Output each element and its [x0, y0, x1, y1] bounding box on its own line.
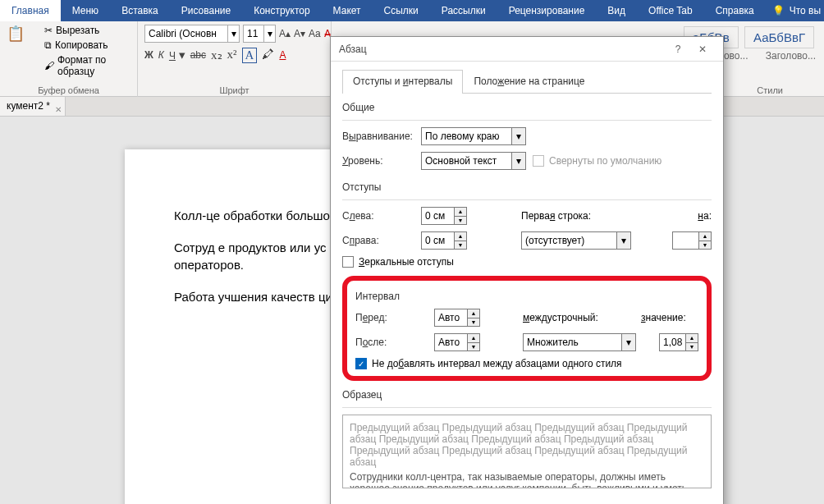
bulb-icon: 💡 [772, 5, 785, 16]
tab-layout[interactable]: Макет [322, 0, 373, 21]
section-indents: Отступы [342, 181, 712, 193]
tab-insert[interactable]: Вставка [110, 0, 170, 21]
right-indent-label: Справа: [342, 235, 414, 246]
mirror-indents-checkbox[interactable]: Зеркальные отступы [342, 256, 712, 268]
scissors-icon: ✂ [44, 25, 53, 36]
tab-help[interactable]: Справка [704, 0, 766, 21]
after-spin[interactable]: ▲▼ [434, 333, 480, 351]
shrink-font-icon[interactable]: A▾ [294, 25, 305, 43]
line-spacing-select[interactable]: ▾ [523, 333, 636, 351]
level-select[interactable]: ▾ [421, 152, 526, 170]
first-line-by-spin[interactable]: ▲▼ [672, 231, 712, 250]
superscript-button[interactable]: x² [227, 48, 237, 63]
font-name-combo[interactable]: ▾ [144, 25, 240, 43]
no-space-same-style-checkbox[interactable]: ✓Не добавлять интервал между абзацами од… [355, 358, 698, 369]
tab-draw[interactable]: Рисование [170, 0, 242, 21]
tab-view[interactable]: Вид [596, 0, 637, 21]
tab-references[interactable]: Ссылки [373, 0, 430, 21]
grow-font-icon[interactable]: A▴ [279, 25, 291, 43]
paragraph-dialog: Абзац ? ✕ Отступы и интервалы Положение … [330, 36, 724, 504]
underline-button[interactable]: Ч ▾ [169, 48, 185, 63]
first-line-select[interactable]: ▾ [521, 231, 631, 250]
level-label: Уровень: [342, 155, 414, 167]
chevron-down-icon[interactable]: ▾ [263, 25, 275, 42]
before-label: Перед: [355, 312, 428, 323]
close-icon[interactable]: ✕ [55, 100, 62, 119]
dialog-title: Абзац [339, 44, 367, 55]
collapsed-checkbox: Свернуты по умолчанию [533, 155, 661, 167]
subscript-button[interactable]: x₂ [211, 48, 222, 63]
style-sample[interactable]: АаБбВвГ [744, 26, 814, 48]
tab-office[interactable]: Office Tab [637, 0, 704, 21]
help-icon[interactable]: ? [666, 44, 690, 55]
highlighted-spacing-section: Интервал Перед: ▲▼ междустрочный: значен… [342, 276, 712, 381]
dialog-tab-position[interactable]: Положение на странице [463, 70, 595, 94]
preview-box: Предыдущий абзац Предыдущий абзац Предыд… [342, 415, 712, 488]
left-indent-label: Слева: [342, 210, 414, 222]
tab-mailings[interactable]: Рассылки [430, 0, 497, 21]
text-effects-button[interactable]: A [242, 48, 258, 63]
cut-button[interactable]: ✂Вырезать [44, 25, 130, 36]
clipboard-group-label: Буфер обмена [7, 84, 130, 97]
tab-home[interactable]: Главная [0, 0, 61, 21]
format-painter-button[interactable]: 🖌Формат по образцу [44, 54, 130, 77]
first-line-label: Первая строка: [521, 210, 591, 222]
highlight-button[interactable]: 🖍 [262, 48, 274, 63]
brush-icon: 🖌 [44, 60, 54, 71]
italic-button[interactable]: К [158, 48, 164, 63]
font-size-combo[interactable]: ▾ [243, 25, 276, 43]
align-label: Выравнивание: [342, 131, 414, 142]
chevron-down-icon[interactable]: ▾ [227, 25, 239, 42]
ribbon-tabs: Главная Меню Вставка Рисование Конструкт… [0, 0, 824, 21]
doc-tab[interactable]: кумент2 *✕ [0, 97, 66, 116]
copy-icon: ⧉ [44, 39, 52, 51]
paste-icon[interactable]: 📋 [7, 25, 23, 43]
left-indent-spin[interactable]: ▲▼ [421, 207, 467, 225]
font-color-button[interactable]: A [279, 48, 286, 63]
after-label: После: [355, 337, 428, 348]
strike-button[interactable]: abc [190, 48, 206, 63]
before-spin[interactable]: ▲▼ [434, 309, 480, 327]
bold-button[interactable]: Ж [144, 48, 153, 63]
by-label: на: [698, 210, 712, 222]
style-caption: Заголово... [766, 50, 816, 62]
tell-me[interactable]: 💡Что вы [772, 5, 821, 16]
tab-menu[interactable]: Меню [61, 0, 110, 21]
change-case-icon[interactable]: Aa [309, 25, 321, 43]
line-value-spin[interactable]: ▲▼ [659, 333, 698, 351]
close-icon[interactable]: ✕ [690, 44, 715, 55]
dialog-tab-indents[interactable]: Отступы и интервалы [342, 70, 463, 94]
copy-button[interactable]: ⧉Копировать [44, 39, 130, 51]
section-spacing: Интервал [355, 291, 698, 302]
align-select[interactable]: ▾ [421, 127, 526, 145]
section-general: Общие [342, 102, 712, 113]
right-indent-spin[interactable]: ▲▼ [421, 231, 467, 250]
tab-review[interactable]: Рецензирование [497, 0, 597, 21]
font-group-label: Шрифт [144, 84, 324, 97]
tab-design[interactable]: Конструктор [242, 0, 321, 21]
section-preview: Образец [342, 389, 712, 401]
